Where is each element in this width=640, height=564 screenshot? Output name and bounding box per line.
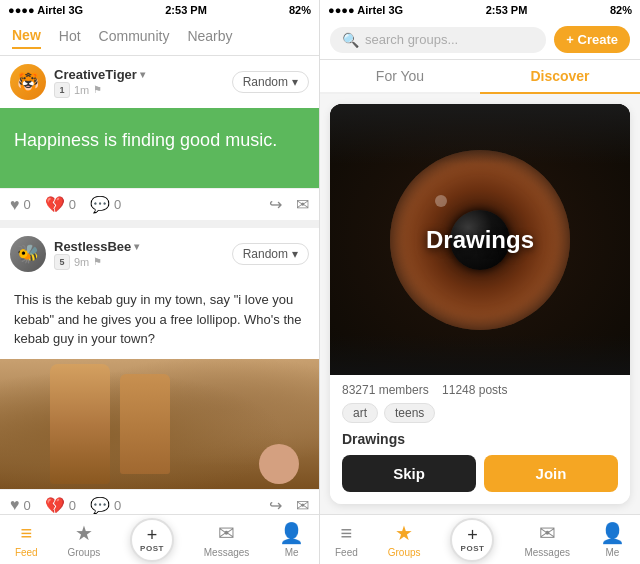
group-actions: Skip Join xyxy=(342,455,618,492)
right-status-bar: ●●●● Airtel 3G 2:53 PM 82% xyxy=(320,0,640,20)
post-username-1: CreativeTiger ▾ xyxy=(54,67,145,82)
comment-icon-2: 💬 xyxy=(90,496,110,515)
avatar-tiger: 🐯 xyxy=(10,64,46,100)
nav-feed-left[interactable]: ≡ Feed xyxy=(15,522,38,558)
post-header-2: 🐝 RestlessBee ▾ 5 9m ⚑ Rand xyxy=(0,228,319,280)
nav-groups-left[interactable]: ★ Groups xyxy=(67,521,100,558)
post-header-left-1: 🐯 CreativeTiger ▾ 1 1m ⚑ xyxy=(10,64,145,100)
post-count: 11248 posts xyxy=(442,383,507,397)
post-header-1: 🐯 CreativeTiger ▾ 1 1m ⚑ Ra xyxy=(0,56,319,108)
right-battery: 82% xyxy=(610,4,632,16)
group-card-title: Drawings xyxy=(330,226,630,254)
random-chevron-1: ▾ xyxy=(292,75,298,89)
post-badge-2: 5 xyxy=(54,254,70,270)
groups-label-right: Groups xyxy=(388,547,421,558)
nav-feed-right[interactable]: ≡ Feed xyxy=(335,522,358,558)
like-action-2[interactable]: ♥ 0 xyxy=(10,496,31,514)
post-info-2: 5 9m ⚑ xyxy=(54,254,139,270)
post-button-left[interactable]: + POST xyxy=(130,518,174,562)
share-action[interactable]: ↪ xyxy=(269,195,282,214)
member-count: 83271 members xyxy=(342,383,429,397)
mail-icon-2: ✉ xyxy=(296,496,309,515)
me-icon-right: 👤 xyxy=(600,521,625,545)
tab-hot[interactable]: Hot xyxy=(59,28,81,48)
post-username-2: RestlessBee ▾ xyxy=(54,239,139,254)
chevron-down-icon-2: ▾ xyxy=(134,241,139,252)
me-icon-left: 👤 xyxy=(279,521,304,545)
create-button[interactable]: + Create xyxy=(554,26,630,53)
tag-teens[interactable]: teens xyxy=(384,403,435,423)
tab-new[interactable]: New xyxy=(12,27,41,49)
like-count: 0 xyxy=(24,197,31,212)
eyelid-top xyxy=(330,104,630,164)
join-button[interactable]: Join xyxy=(484,455,618,492)
post-actions-2: ♥ 0 💔 0 💬 0 ↪ ✉ xyxy=(0,489,319,515)
left-battery: 82% xyxy=(289,4,311,16)
group-name: Drawings xyxy=(342,431,618,447)
tab-discover[interactable]: Discover xyxy=(480,60,640,94)
messages-label-left: Messages xyxy=(204,547,250,558)
share-icon: ↪ xyxy=(269,195,282,214)
post-button-right[interactable]: + POST xyxy=(450,518,494,562)
tab-community[interactable]: Community xyxy=(99,28,170,48)
nav-messages-right[interactable]: ✉ Messages xyxy=(524,521,570,558)
dislike-action-2[interactable]: 💔 0 xyxy=(45,496,76,515)
feed-icon-left: ≡ xyxy=(20,522,32,545)
post-body-text: This is the kebab guy in my town, say "i… xyxy=(0,280,319,359)
groups-label-left: Groups xyxy=(67,547,100,558)
nav-groups-right[interactable]: ★ Groups xyxy=(388,521,421,558)
post-content-2: This is the kebab guy in my town, say "i… xyxy=(14,292,302,346)
post-body-green: Happiness is finding good music. xyxy=(0,108,319,188)
random-button-1[interactable]: Random ▾ xyxy=(232,71,309,93)
random-label-2: Random xyxy=(243,247,288,261)
broken-heart-icon-2: 💔 xyxy=(45,496,65,515)
post-meta-1: CreativeTiger ▾ 1 1m ⚑ xyxy=(54,67,145,98)
skip-button[interactable]: Skip xyxy=(342,455,476,492)
post-label-right: POST xyxy=(461,544,485,553)
comment-action[interactable]: 💬 0 xyxy=(90,195,121,214)
random-label-1: Random xyxy=(243,75,288,89)
mail-action-2[interactable]: ✉ xyxy=(296,496,309,515)
right-carrier: ●●●● Airtel 3G xyxy=(328,4,403,16)
flag-icon: ⚑ xyxy=(93,84,102,95)
flag-icon-2: ⚑ xyxy=(93,256,102,267)
right-panel: ●●●● Airtel 3G 2:53 PM 82% 🔍 search grou… xyxy=(320,0,640,564)
post-time-2: 9m xyxy=(74,256,89,268)
tab-nearby[interactable]: Nearby xyxy=(187,28,232,48)
discover-content: Drawings 83271 members 11248 posts art t… xyxy=(320,94,640,514)
dislike-count-2: 0 xyxy=(69,498,76,513)
kebab-visual-1 xyxy=(50,364,110,484)
tag-art[interactable]: art xyxy=(342,403,378,423)
comment-count-2: 0 xyxy=(114,498,121,513)
comment-icon: 💬 xyxy=(90,195,110,214)
eyelid-bottom xyxy=(330,335,630,375)
post-card-2: 🐝 RestlessBee ▾ 5 9m ⚑ Rand xyxy=(0,228,319,514)
post-header-left-2: 🐝 RestlessBee ▾ 5 9m ⚑ xyxy=(10,236,139,272)
post-badge-1: 1 xyxy=(54,82,70,98)
search-box[interactable]: 🔍 search groups... xyxy=(330,27,546,53)
group-card-info: 83271 members 11248 posts art teens Draw… xyxy=(330,375,630,504)
share-action-2[interactable]: ↪ xyxy=(269,496,282,515)
dislike-action[interactable]: 💔 0 xyxy=(45,195,76,214)
tab-for-you[interactable]: For You xyxy=(320,60,480,94)
messages-icon-left: ✉ xyxy=(218,521,235,545)
left-carrier: ●●●● Airtel 3G xyxy=(8,4,83,16)
post-content-1: Happiness is finding good music. xyxy=(14,130,277,150)
nav-me-left[interactable]: 👤 Me xyxy=(279,521,304,558)
right-bottom-nav: ≡ Feed ★ Groups + POST ✉ Messages 👤 Me xyxy=(320,514,640,564)
nav-me-right[interactable]: 👤 Me xyxy=(600,521,625,558)
messages-label-right: Messages xyxy=(524,547,570,558)
broken-heart-icon: 💔 xyxy=(45,195,65,214)
mail-action[interactable]: ✉ xyxy=(296,195,309,214)
random-button-2[interactable]: Random ▾ xyxy=(232,243,309,265)
plus-icon-right: + xyxy=(467,526,478,544)
comment-action-2[interactable]: 💬 0 xyxy=(90,496,121,515)
post-actions-1: ♥ 0 💔 0 💬 0 ↪ ✉ xyxy=(0,188,319,220)
post-image xyxy=(0,359,319,489)
like-action[interactable]: ♥ 0 xyxy=(10,196,31,214)
nav-messages-left[interactable]: ✉ Messages xyxy=(204,521,250,558)
heart-icon-2: ♥ xyxy=(10,496,20,514)
search-placeholder: search groups... xyxy=(365,32,458,47)
heart-icon: ♥ xyxy=(10,196,20,214)
random-chevron-2: ▾ xyxy=(292,247,298,261)
